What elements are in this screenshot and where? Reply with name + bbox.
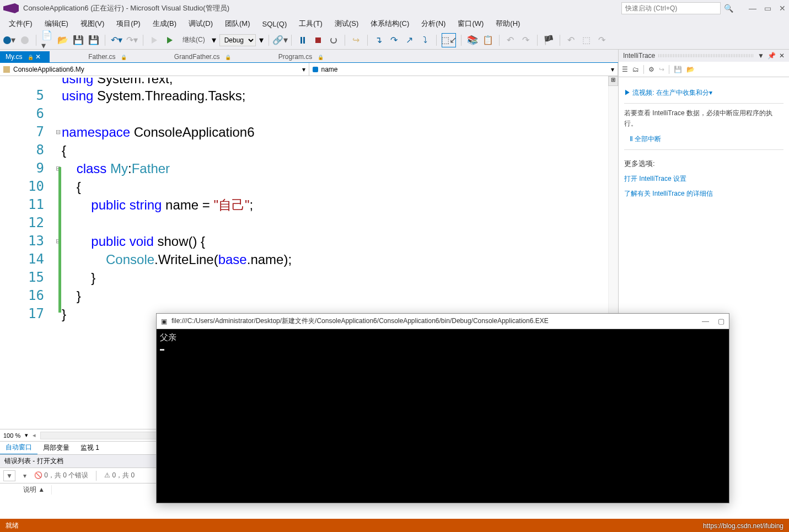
split-editor-icon[interactable]: ⊞	[608, 76, 618, 86]
config-select[interactable]: Debug	[219, 34, 256, 46]
file-tab[interactable]: Program.cs 🔒	[273, 51, 332, 62]
break-all-link[interactable]: Ⅱ 全部中断	[630, 135, 783, 144]
show-next-button[interactable]: ↪	[350, 34, 362, 46]
stop-button[interactable]	[312, 34, 324, 46]
flag-button[interactable]: 🏴	[543, 34, 555, 46]
step-over-button[interactable]: ↷	[388, 34, 400, 46]
it-arrow-icon[interactable]: ↪	[659, 66, 664, 73]
menu-item[interactable]: 调试(D)	[183, 18, 218, 30]
open-button[interactable]: 📂	[57, 34, 69, 46]
intellitrace-title: IntelliTrace	[623, 52, 655, 60]
member-combo[interactable]: name ▾	[309, 63, 619, 76]
minimize-button[interactable]: —	[749, 4, 756, 13]
save-button[interactable]: 💾	[72, 34, 84, 46]
col-description[interactable]: 说明 ▲	[17, 485, 52, 495]
step-button[interactable]: ⤵	[419, 34, 431, 46]
menu-item[interactable]: 团队(M)	[219, 18, 256, 30]
extra2-button[interactable]: ⬚	[581, 34, 593, 46]
menu-item[interactable]: SQL(Q)	[257, 19, 293, 29]
menu-item[interactable]: 生成(B)	[147, 18, 182, 30]
redo-db-button[interactable]: ↷	[520, 34, 532, 46]
dropdown-icon[interactable]: ▼	[758, 52, 764, 60]
search-icon[interactable]: 🔍	[721, 4, 737, 13]
title-bar: ConsoleApplication6 (正在运行) - Microsoft V…	[0, 0, 789, 17]
menu-item[interactable]: 项目(P)	[111, 18, 146, 30]
step-into-button[interactable]: ↴	[373, 34, 385, 46]
open-settings-link[interactable]: 打开 IntelliTrace 设置	[624, 174, 783, 184]
threads-button[interactable]: 📋	[482, 34, 494, 46]
menu-item[interactable]: 工具(T)	[293, 18, 328, 30]
undo-db-button[interactable]: ↶	[504, 34, 517, 46]
file-tabs: My.cs 🔒 ✕Father.cs 🔒GrandFather.cs 🔒Prog…	[0, 50, 618, 63]
field-icon	[313, 67, 318, 72]
class-icon	[3, 66, 10, 73]
redo-button[interactable]: ↷▾	[126, 34, 138, 46]
zoom-level[interactable]: 100 %	[3, 432, 20, 439]
console-minimize[interactable]: —	[702, 317, 709, 325]
it-list-icon[interactable]: ☰	[622, 66, 628, 73]
it-open-icon[interactable]: 📂	[686, 66, 695, 73]
menu-item[interactable]: 编辑(E)	[39, 18, 74, 30]
menu-item[interactable]: 文件(F)	[3, 18, 38, 30]
it-tree-icon[interactable]: 🗂	[632, 66, 639, 73]
menu-bar: 文件(F)编辑(E)视图(V)项目(P)生成(B)调试(D)团队(M)SQL(Q…	[0, 17, 789, 31]
console-window[interactable]: ▣ file:///C:/Users/Administrator/Desktop…	[156, 313, 729, 503]
maximize-button[interactable]: ▭	[764, 4, 771, 13]
nav-strip: ConsoleApplication6.My ▾ name ▾	[0, 63, 618, 76]
frames-button[interactable]: 📚	[466, 34, 479, 46]
restart-button[interactable]	[328, 34, 340, 46]
it-save-icon[interactable]: 💾	[674, 66, 682, 73]
extra3-button[interactable]: ↷	[596, 34, 608, 46]
menu-item[interactable]: 窗口(W)	[452, 18, 489, 30]
quick-launch-input[interactable]	[621, 2, 721, 14]
pause-button[interactable]	[297, 34, 309, 46]
nav-back-button[interactable]: ▾	[3, 34, 15, 46]
member-name: name	[321, 66, 338, 73]
output-tab[interactable]: 局部变量	[37, 442, 75, 454]
change-indicator	[58, 167, 61, 313]
output-tab[interactable]: 自动窗口	[0, 441, 37, 455]
more-options-label: 更多选项:	[624, 159, 783, 169]
file-tab[interactable]: Father.cs 🔒	[83, 51, 136, 62]
toolbar: ▾ 📄▾ 📂 💾 💾 ↶▾ ↷▾ 继续(C)▾ Debug▾ 🔗▾ ↪ ↴ ↷ …	[0, 31, 789, 50]
menu-item[interactable]: 帮助(H)	[490, 18, 525, 30]
chevron-down-icon: ▾	[302, 66, 305, 73]
vs-logo-icon	[3, 3, 19, 13]
status-bar: 就绪	[0, 519, 789, 532]
start-button-grey[interactable]	[148, 34, 160, 46]
console-output: 父亲	[157, 329, 729, 503]
intellitrace-msg: 若要查看 IntelliTrace 数据，必须中断应用程序的执行。	[624, 108, 783, 129]
hex-toggle[interactable]: ⬚↙	[442, 33, 456, 47]
status-text: 就绪	[6, 521, 19, 530]
console-title-text: file:///C:/Users/Administrator/Desktop/新…	[171, 316, 697, 326]
video-link[interactable]: ▶ 流视频: 在生产中收集和分▾	[624, 88, 783, 98]
continue-label[interactable]: 继续(C)	[179, 34, 208, 46]
continue-button[interactable]	[164, 34, 176, 46]
menu-item[interactable]: 分析(N)	[416, 18, 451, 30]
extra1-button[interactable]: ↶	[565, 34, 577, 46]
filter-button[interactable]: ▼	[3, 470, 15, 481]
close-panel-icon[interactable]: ✕	[779, 52, 785, 60]
browser-link-button[interactable]: 🔗▾	[274, 34, 286, 46]
undo-button[interactable]: ↶▾	[110, 34, 122, 46]
class-combo[interactable]: ConsoleApplication6.My ▾	[0, 63, 309, 76]
close-button[interactable]: ✕	[779, 4, 786, 13]
pin-icon[interactable]: 📌	[767, 52, 776, 60]
file-tab[interactable]: GrandFather.cs 🔒	[169, 51, 240, 62]
menu-item[interactable]: 体系结构(C)	[365, 18, 415, 30]
output-tab[interactable]: 监视 1	[75, 442, 105, 454]
it-gear-icon[interactable]: ⚙	[648, 66, 654, 73]
step-out-button[interactable]: ↗	[404, 34, 416, 46]
menu-item[interactable]: 测试(S)	[329, 18, 364, 30]
warning-count[interactable]: ⚠ 0，共 0	[104, 471, 135, 480]
menu-item[interactable]: 视图(V)	[75, 18, 110, 30]
new-project-button[interactable]: 📄▾	[41, 34, 53, 46]
error-count[interactable]: 🚫 0，共 0 个错误	[34, 471, 88, 480]
console-maximize[interactable]: ▢	[718, 317, 724, 325]
nav-forward-button[interactable]	[19, 34, 31, 46]
learn-more-link[interactable]: 了解有关 IntelliTrace 的详细信	[624, 189, 783, 198]
file-tab[interactable]: My.cs 🔒 ✕	[0, 51, 50, 62]
cursor-icon	[160, 349, 164, 351]
class-name: ConsoleApplication6.My	[13, 66, 84, 73]
save-all-button[interactable]: 💾	[88, 34, 100, 46]
